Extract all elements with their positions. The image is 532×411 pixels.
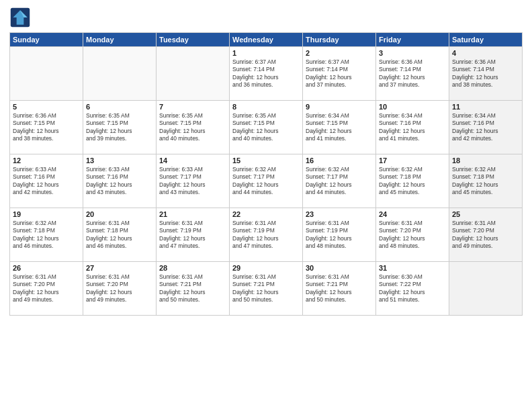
day-number: 8 <box>232 103 300 111</box>
cell-text: Sunrise: 6:31 AM Sunset: 7:21 PM Dayligh… <box>159 273 226 304</box>
day-cell-26: 26Sunrise: 6:31 AM Sunset: 7:20 PM Dayli… <box>10 262 83 316</box>
cell-text: Sunrise: 6:32 AM Sunset: 7:18 PM Dayligh… <box>13 220 80 250</box>
week-row-1: 1Sunrise: 6:37 AM Sunset: 7:14 PM Daylig… <box>10 47 523 101</box>
cell-text: Sunrise: 6:37 AM Sunset: 7:14 PM Dayligh… <box>306 58 373 89</box>
day-cell-18: 18Sunrise: 6:32 AM Sunset: 7:18 PM Dayli… <box>449 154 523 208</box>
day-cell-27: 27Sunrise: 6:31 AM Sunset: 7:20 PM Dayli… <box>83 262 157 316</box>
day-number: 10 <box>379 103 446 111</box>
cell-text: Sunrise: 6:31 AM Sunset: 7:19 PM Dayligh… <box>306 220 373 250</box>
day-number: 26 <box>13 264 80 272</box>
day-number: 6 <box>86 103 153 111</box>
cell-text: Sunrise: 6:33 AM Sunset: 7:17 PM Dayligh… <box>159 166 226 197</box>
day-cell-21: 21Sunrise: 6:31 AM Sunset: 7:19 PM Dayli… <box>157 208 230 262</box>
day-cell-23: 23Sunrise: 6:31 AM Sunset: 7:19 PM Dayli… <box>303 208 376 262</box>
day-number: 16 <box>306 156 373 165</box>
day-header-friday: Friday <box>376 33 449 47</box>
day-cell-14: 14Sunrise: 6:33 AM Sunset: 7:17 PM Dayli… <box>157 154 230 208</box>
logo-icon <box>9 7 31 28</box>
day-cell-10: 10Sunrise: 6:34 AM Sunset: 7:16 PM Dayli… <box>376 101 449 154</box>
day-cell-17: 17Sunrise: 6:32 AM Sunset: 7:18 PM Dayli… <box>376 154 449 208</box>
cell-text: Sunrise: 6:31 AM Sunset: 7:20 PM Dayligh… <box>86 273 153 304</box>
day-number: 22 <box>232 210 300 218</box>
day-cell-6: 6Sunrise: 6:35 AM Sunset: 7:15 PM Daylig… <box>83 101 157 154</box>
day-cell-31: 31Sunrise: 6:30 AM Sunset: 7:22 PM Dayli… <box>376 262 449 316</box>
day-cell-19: 19Sunrise: 6:32 AM Sunset: 7:18 PM Dayli… <box>10 208 83 262</box>
cell-text: Sunrise: 6:35 AM Sunset: 7:15 PM Dayligh… <box>159 112 226 143</box>
day-cell-13: 13Sunrise: 6:33 AM Sunset: 7:16 PM Dayli… <box>83 154 157 208</box>
day-header-monday: Monday <box>83 33 157 47</box>
day-number: 18 <box>452 156 519 165</box>
day-cell-12: 12Sunrise: 6:33 AM Sunset: 7:16 PM Dayli… <box>10 154 83 208</box>
day-cell-24: 24Sunrise: 6:31 AM Sunset: 7:20 PM Dayli… <box>376 208 449 262</box>
day-cell-3: 3Sunrise: 6:36 AM Sunset: 7:14 PM Daylig… <box>376 47 449 101</box>
cell-text: Sunrise: 6:32 AM Sunset: 7:17 PM Dayligh… <box>232 166 300 197</box>
day-header-wednesday: Wednesday <box>230 33 303 47</box>
day-cell-7: 7Sunrise: 6:35 AM Sunset: 7:15 PM Daylig… <box>157 101 230 154</box>
day-header-sunday: Sunday <box>10 33 83 47</box>
page-header <box>9 7 523 28</box>
cell-text: Sunrise: 6:31 AM Sunset: 7:21 PM Dayligh… <box>306 273 373 304</box>
cell-text: Sunrise: 6:31 AM Sunset: 7:19 PM Dayligh… <box>159 220 226 250</box>
day-cell-5: 5Sunrise: 6:36 AM Sunset: 7:15 PM Daylig… <box>10 101 83 154</box>
day-number: 24 <box>379 210 446 218</box>
day-number: 3 <box>379 49 446 57</box>
week-row-3: 12Sunrise: 6:33 AM Sunset: 7:16 PM Dayli… <box>10 154 523 208</box>
day-cell-1: 1Sunrise: 6:37 AM Sunset: 7:14 PM Daylig… <box>230 47 303 101</box>
logo <box>9 7 34 28</box>
day-cell-22: 22Sunrise: 6:31 AM Sunset: 7:19 PM Dayli… <box>230 208 303 262</box>
header-row: SundayMondayTuesdayWednesdayThursdayFrid… <box>10 33 523 47</box>
week-row-2: 5Sunrise: 6:36 AM Sunset: 7:15 PM Daylig… <box>10 101 523 154</box>
day-header-saturday: Saturday <box>449 33 523 47</box>
empty-cell <box>157 47 230 101</box>
cell-text: Sunrise: 6:35 AM Sunset: 7:15 PM Dayligh… <box>86 112 153 143</box>
cell-text: Sunrise: 6:30 AM Sunset: 7:22 PM Dayligh… <box>379 273 446 304</box>
day-number: 29 <box>232 264 300 272</box>
cell-text: Sunrise: 6:32 AM Sunset: 7:17 PM Dayligh… <box>306 166 373 197</box>
cell-text: Sunrise: 6:31 AM Sunset: 7:21 PM Dayligh… <box>232 273 300 304</box>
day-number: 19 <box>13 210 80 218</box>
day-number: 7 <box>159 103 226 111</box>
day-cell-15: 15Sunrise: 6:32 AM Sunset: 7:17 PM Dayli… <box>230 154 303 208</box>
day-cell-25: 25Sunrise: 6:31 AM Sunset: 7:20 PM Dayli… <box>449 208 523 262</box>
day-cell-30: 30Sunrise: 6:31 AM Sunset: 7:21 PM Dayli… <box>303 262 376 316</box>
day-cell-11: 11Sunrise: 6:34 AM Sunset: 7:16 PM Dayli… <box>449 101 523 154</box>
cell-text: Sunrise: 6:31 AM Sunset: 7:18 PM Dayligh… <box>86 220 153 250</box>
day-number: 28 <box>159 264 226 272</box>
day-cell-2: 2Sunrise: 6:37 AM Sunset: 7:14 PM Daylig… <box>303 47 376 101</box>
day-number: 17 <box>379 156 446 165</box>
cell-text: Sunrise: 6:36 AM Sunset: 7:14 PM Dayligh… <box>452 58 519 89</box>
cell-text: Sunrise: 6:31 AM Sunset: 7:19 PM Dayligh… <box>232 220 300 250</box>
day-number: 1 <box>232 49 300 57</box>
day-number: 14 <box>159 156 226 165</box>
cell-text: Sunrise: 6:31 AM Sunset: 7:20 PM Dayligh… <box>452 220 519 250</box>
day-cell-4: 4Sunrise: 6:36 AM Sunset: 7:14 PM Daylig… <box>449 47 523 101</box>
day-number: 4 <box>452 49 519 57</box>
cell-text: Sunrise: 6:32 AM Sunset: 7:18 PM Dayligh… <box>452 166 519 197</box>
day-number: 23 <box>306 210 373 218</box>
day-header-thursday: Thursday <box>303 33 376 47</box>
day-number: 20 <box>86 210 153 218</box>
day-cell-20: 20Sunrise: 6:31 AM Sunset: 7:18 PM Dayli… <box>83 208 157 262</box>
day-number: 12 <box>13 156 80 165</box>
day-number: 2 <box>306 49 373 57</box>
day-number: 13 <box>86 156 153 165</box>
week-row-5: 26Sunrise: 6:31 AM Sunset: 7:20 PM Dayli… <box>10 262 523 316</box>
empty-cell <box>10 47 83 101</box>
day-number: 15 <box>232 156 300 165</box>
empty-cell <box>449 262 523 316</box>
cell-text: Sunrise: 6:33 AM Sunset: 7:16 PM Dayligh… <box>86 166 153 197</box>
cell-text: Sunrise: 6:33 AM Sunset: 7:16 PM Dayligh… <box>13 166 80 197</box>
cell-text: Sunrise: 6:34 AM Sunset: 7:16 PM Dayligh… <box>379 112 446 143</box>
day-cell-16: 16Sunrise: 6:32 AM Sunset: 7:17 PM Dayli… <box>303 154 376 208</box>
cell-text: Sunrise: 6:36 AM Sunset: 7:14 PM Dayligh… <box>379 58 446 89</box>
week-row-4: 19Sunrise: 6:32 AM Sunset: 7:18 PM Dayli… <box>10 208 523 262</box>
day-number: 9 <box>306 103 373 111</box>
day-cell-28: 28Sunrise: 6:31 AM Sunset: 7:21 PM Dayli… <box>157 262 230 316</box>
cell-text: Sunrise: 6:34 AM Sunset: 7:16 PM Dayligh… <box>452 112 519 143</box>
cell-text: Sunrise: 6:37 AM Sunset: 7:14 PM Dayligh… <box>232 58 300 89</box>
day-number: 27 <box>86 264 153 272</box>
empty-cell <box>83 47 157 101</box>
cell-text: Sunrise: 6:34 AM Sunset: 7:15 PM Dayligh… <box>306 112 373 143</box>
day-number: 31 <box>379 264 446 272</box>
calendar-table: SundayMondayTuesdayWednesdayThursdayFrid… <box>9 32 523 316</box>
